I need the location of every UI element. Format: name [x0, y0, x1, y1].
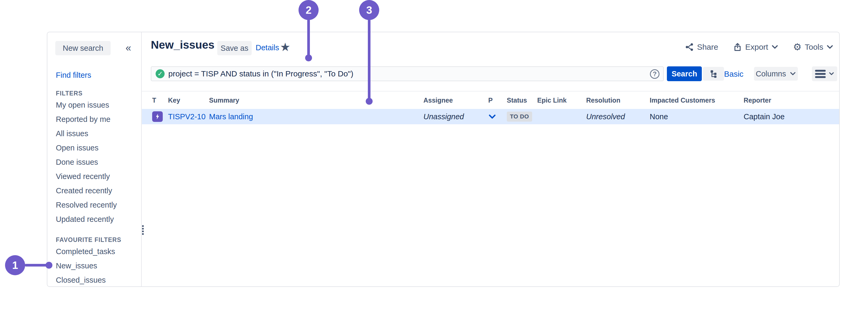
sidebar-filter-item[interactable]: All issues — [48, 126, 141, 141]
share-icon — [685, 42, 694, 52]
issue-summary-cell: Mars landing — [209, 113, 424, 121]
column-header-status[interactable]: Status — [507, 97, 537, 104]
issue-reporter-cell: Captain Joe — [744, 113, 839, 121]
sidebar-filter-item[interactable]: My open issues — [48, 98, 141, 112]
column-header-key[interactable]: Key — [168, 97, 209, 104]
filters-heading: FILTERS — [56, 90, 83, 97]
hamburger-icon — [815, 70, 826, 78]
sidebar-filter-item[interactable]: Done issues — [48, 155, 141, 169]
header-actions: Share Export ⚙ Tools — [685, 42, 833, 52]
issue-assignee-cell: Unassigned — [424, 113, 488, 121]
column-header-type[interactable]: T — [142, 97, 168, 104]
sidebar-favourite-item-completed-tasks[interactable]: Completed_tasks — [48, 244, 141, 259]
share-label: Share — [697, 42, 718, 52]
sidebar-filter-item[interactable]: Open issues — [48, 141, 141, 155]
jira-issue-navigator-page: New search « Find filters FILTERS My ope… — [0, 0, 868, 321]
jql-query-text: project = TISP AND status in ("In Progre… — [168, 69, 353, 78]
tools-button[interactable]: ⚙ Tools — [793, 42, 833, 52]
annotation-marker-2: 2 — [299, 0, 319, 20]
issue-type-icon[interactable] — [152, 111, 163, 122]
sidebar-filter-item[interactable]: Created recently — [48, 184, 141, 198]
favourite-star-icon[interactable]: ★ — [280, 41, 290, 53]
table-row[interactable]: TISPV2-10 Mars landing Unassigned TO DO … — [142, 109, 839, 124]
status-badge: TO DO — [507, 111, 532, 122]
collapse-sidebar-button[interactable]: « — [122, 42, 134, 54]
chevron-down-icon — [827, 45, 833, 50]
issue-resolution-cell: Unresolved — [586, 113, 650, 121]
column-header-summary[interactable]: Summary — [209, 97, 424, 104]
annotation-marker-1: 1 — [5, 255, 25, 275]
chevron-down-icon — [790, 72, 796, 76]
favourite-filters-heading: FAVOURITE FILTERS — [56, 236, 121, 244]
sidebar-filter-item[interactable]: Updated recently — [48, 212, 141, 226]
query-tree-icon — [710, 69, 717, 78]
column-header-resolution[interactable]: Resolution — [586, 97, 650, 104]
column-header-impacted-customers[interactable]: Impacted Customers — [650, 97, 744, 104]
priority-dropdown-chevron-icon[interactable] — [488, 114, 496, 119]
find-filters-link[interactable]: Find filters — [56, 71, 91, 79]
favourite-filters-list: Completed_tasks New_issues Closed_issues — [48, 244, 141, 287]
annotation-marker-3: 3 — [359, 0, 379, 20]
page-title: New_issues — [151, 39, 214, 51]
columns-label: Columns — [756, 69, 786, 78]
main-content: New_issues Save as Details ★ Share — [142, 32, 839, 286]
issue-key-cell: TISPV2-10 — [168, 113, 209, 121]
syntax-help-icon[interactable]: ? — [650, 69, 659, 79]
issue-status-cell: TO DO — [507, 111, 537, 122]
column-header-reporter[interactable]: Reporter — [744, 97, 839, 104]
sidebar: New search « Find filters FILTERS My ope… — [48, 32, 141, 286]
export-label: Export — [745, 42, 768, 52]
column-header-assignee[interactable]: Assignee — [424, 97, 488, 104]
annotation-line-2 — [307, 19, 310, 58]
annotation-dot-3 — [366, 98, 373, 105]
issue-type-cell — [142, 111, 168, 122]
filters-list: My open issues Reported by me All issues… — [48, 98, 141, 226]
export-button[interactable]: Export — [733, 42, 778, 52]
issue-navigator-panel: New search « Find filters FILTERS My ope… — [47, 32, 840, 287]
sidebar-filter-item[interactable]: Resolved recently — [48, 198, 141, 212]
sidebar-filter-item[interactable]: Reported by me — [48, 112, 141, 126]
annotation-dot-2 — [305, 55, 312, 61]
lightning-bolt-icon — [154, 113, 161, 120]
sidebar-favourite-item-new-issues[interactable]: New_issues — [48, 259, 141, 273]
column-header-priority[interactable]: P — [488, 97, 507, 104]
new-search-button[interactable]: New search — [55, 41, 111, 55]
column-header-epic-link[interactable]: Epic Link — [537, 97, 586, 104]
issue-key-link[interactable]: TISPV2-10 — [168, 113, 206, 121]
export-icon — [733, 42, 742, 52]
sidebar-favourite-item-closed-issues[interactable]: Closed_issues — [48, 273, 141, 287]
save-as-button[interactable]: Save as — [217, 41, 252, 55]
jql-editor-button[interactable] — [703, 67, 724, 81]
search-button[interactable]: Search — [667, 66, 702, 81]
chevron-down-icon — [829, 72, 834, 76]
gear-icon: ⚙ — [793, 42, 802, 52]
list-view-menu-button[interactable] — [812, 66, 837, 81]
basic-mode-link[interactable]: Basic — [724, 69, 743, 78]
check-glyph: ✓ — [157, 70, 163, 77]
issue-summary-link[interactable]: Mars landing — [209, 113, 253, 121]
jql-search-input[interactable]: ✓ project = TISP AND status in ("In Prog… — [151, 66, 664, 81]
table-header-row: T Key Summary Assignee P Status Epic Lin… — [142, 92, 839, 109]
tools-label: Tools — [805, 42, 823, 52]
valid-query-check-icon: ✓ — [156, 69, 164, 78]
annotation-line-3 — [368, 19, 371, 101]
columns-button[interactable]: Columns — [754, 67, 798, 81]
share-button[interactable]: Share — [685, 42, 718, 52]
details-link[interactable]: Details — [256, 43, 279, 52]
annotation-dot-1 — [45, 262, 53, 269]
issue-impacted-customers-cell: None — [650, 113, 744, 121]
sidebar-filter-item[interactable]: Viewed recently — [48, 169, 141, 184]
issue-priority-cell — [488, 114, 507, 119]
double-chevron-left-icon: « — [125, 42, 131, 54]
chevron-down-icon — [771, 45, 778, 50]
